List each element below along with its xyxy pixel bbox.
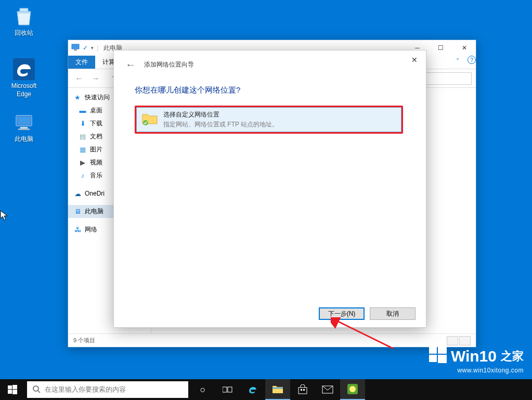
svg-rect-6 bbox=[72, 44, 79, 49]
task-view-button[interactable] bbox=[215, 379, 240, 400]
svg-rect-16 bbox=[8, 390, 12, 394]
sidebar-label: 桌面 bbox=[90, 106, 102, 115]
next-button[interactable]: 下一步(N) bbox=[319, 307, 365, 320]
network-icon: 🖧 bbox=[73, 226, 82, 234]
pc-icon bbox=[71, 43, 80, 53]
picture-icon: ▦ bbox=[79, 146, 87, 154]
svg-rect-17 bbox=[12, 390, 17, 394]
search-icon bbox=[32, 385, 41, 395]
watermark-brand: Win10 bbox=[451, 347, 497, 365]
edge-icon bbox=[13, 58, 35, 80]
sidebar-label: 图片 bbox=[90, 145, 102, 154]
search-placeholder: 在这里输入你要搜索的内容 bbox=[45, 385, 126, 394]
cancel-button[interactable]: 取消 bbox=[370, 307, 416, 320]
desktop-icon-label: 回收站 bbox=[4, 29, 44, 37]
svg-point-28 bbox=[349, 386, 356, 392]
desktop-icon-label: Microsoft Edge bbox=[4, 82, 44, 98]
cortana-button[interactable]: ○ bbox=[190, 379, 215, 400]
download-icon: ⬇ bbox=[79, 120, 87, 128]
document-icon: ▤ bbox=[79, 133, 87, 141]
svg-rect-4 bbox=[20, 127, 28, 128]
wizard-close-button[interactable]: ✕ bbox=[406, 54, 423, 66]
svg-rect-23 bbox=[299, 388, 307, 394]
svg-rect-25 bbox=[303, 389, 305, 391]
star-icon: ★ bbox=[73, 94, 82, 102]
svg-point-18 bbox=[33, 386, 38, 391]
wizard-back-button[interactable]: ← bbox=[124, 59, 137, 71]
desktop-icon-this-pc[interactable]: 此电脑 bbox=[4, 111, 44, 144]
music-icon: ♪ bbox=[79, 172, 87, 180]
taskbar-explorer[interactable] bbox=[265, 379, 290, 400]
status-item-count: 9 个项目 bbox=[73, 337, 95, 344]
desktop-icon-edge[interactable]: Microsoft Edge bbox=[4, 58, 44, 98]
taskbar-mail[interactable] bbox=[315, 379, 340, 400]
view-large-button[interactable] bbox=[459, 336, 471, 345]
pc-icon: 🖥 bbox=[73, 208, 82, 216]
svg-rect-12 bbox=[429, 355, 437, 362]
windows-logo-icon bbox=[429, 345, 447, 367]
option-description: 指定网站、网络位置或 FTP 站点的地址。 bbox=[163, 120, 278, 129]
sidebar-label: OneDri bbox=[85, 190, 105, 197]
svg-rect-15 bbox=[12, 385, 17, 389]
taskbar-app[interactable] bbox=[340, 379, 365, 400]
checkmark-icon: ✓ bbox=[83, 44, 88, 51]
option-title: 选择自定义网络位置 bbox=[163, 110, 278, 119]
tab-file[interactable]: 文件 bbox=[68, 56, 95, 69]
add-network-location-wizard: ✕ ← 添加网络位置向导 你想在哪儿创建这个网络位置? 选择自定义网络位置 指定… bbox=[113, 50, 426, 328]
start-button[interactable] bbox=[0, 379, 25, 400]
explorer-statusbar: 9 个项目 bbox=[68, 333, 476, 347]
svg-rect-20 bbox=[223, 387, 227, 392]
taskbar-search[interactable]: 在这里输入你要搜索的内容 bbox=[27, 381, 188, 398]
svg-rect-11 bbox=[438, 345, 447, 354]
folder-network-icon bbox=[141, 110, 158, 127]
recycle-bin-icon bbox=[13, 5, 35, 27]
svg-rect-21 bbox=[228, 387, 232, 392]
svg-rect-13 bbox=[438, 355, 447, 363]
cursor-pointer-icon bbox=[0, 210, 8, 223]
sidebar-label: 网络 bbox=[85, 225, 97, 234]
option-custom-network-location[interactable]: 选择自定义网络位置 指定网站、网络位置或 FTP 站点的地址。 bbox=[135, 106, 403, 134]
ribbon-expand-icon[interactable]: ˅ bbox=[452, 56, 463, 69]
video-icon: ▶ bbox=[79, 159, 87, 167]
watermark-suffix: 之家 bbox=[501, 349, 524, 364]
watermark-url: www.win10xitong.com bbox=[429, 367, 524, 374]
help-icon[interactable]: ? bbox=[468, 56, 476, 64]
sidebar-label: 快速访问 bbox=[85, 93, 110, 102]
taskbar: 在这里输入你要搜索的内容 ○ bbox=[0, 379, 532, 400]
svg-rect-0 bbox=[20, 8, 28, 11]
taskbar-edge[interactable] bbox=[240, 379, 265, 400]
sidebar-label: 文档 bbox=[90, 132, 102, 141]
nav-back-button[interactable]: ← bbox=[72, 72, 86, 85]
sidebar-label: 此电脑 bbox=[85, 207, 103, 216]
svg-rect-10 bbox=[429, 346, 437, 354]
svg-rect-22 bbox=[273, 388, 283, 389]
desktop-icon-recycle-bin[interactable]: 回收站 bbox=[4, 5, 44, 37]
watermark: Win10之家 www.win10xitong.com bbox=[429, 345, 524, 374]
svg-rect-24 bbox=[301, 389, 302, 391]
svg-rect-5 bbox=[18, 128, 30, 130]
maximize-button[interactable]: ☐ bbox=[429, 41, 452, 55]
close-button[interactable]: ✕ bbox=[452, 41, 476, 55]
desktop-icon-label: 此电脑 bbox=[4, 135, 44, 144]
wizard-question: 你想在哪儿创建这个网络位置? bbox=[135, 85, 405, 95]
wizard-title: 添加网络位置向导 bbox=[144, 60, 194, 69]
svg-line-19 bbox=[38, 391, 40, 393]
desktop-icon: ▬ bbox=[79, 107, 87, 115]
svg-rect-3 bbox=[17, 117, 31, 125]
taskbar-store[interactable] bbox=[290, 379, 315, 400]
nav-forward-button[interactable]: → bbox=[89, 72, 102, 85]
sidebar-label: 下载 bbox=[90, 119, 102, 128]
this-pc-icon bbox=[13, 111, 35, 133]
svg-rect-14 bbox=[8, 385, 12, 389]
svg-rect-7 bbox=[74, 49, 77, 50]
sidebar-label: 视频 bbox=[90, 158, 102, 167]
view-details-button[interactable] bbox=[447, 336, 458, 345]
onedrive-icon: ☁ bbox=[73, 189, 82, 198]
sidebar-label: 音乐 bbox=[90, 171, 102, 180]
dropdown-icon[interactable]: ▾ bbox=[91, 45, 94, 50]
